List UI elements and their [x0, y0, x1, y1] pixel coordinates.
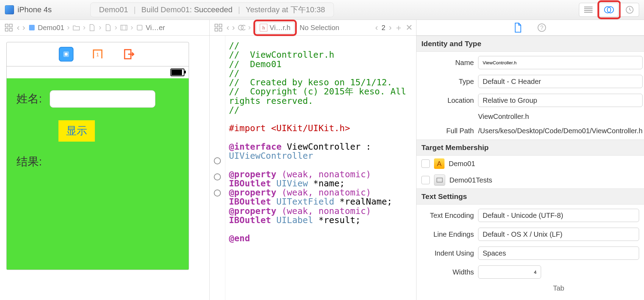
- encoding-label: Text Encoding: [430, 212, 474, 220]
- svg-rect-14: [215, 24, 218, 27]
- fullpath-value: /Users/keso/Desktop/Code/Demo01/ViewCont…: [478, 126, 643, 135]
- file-inspector-tab[interactable]: [514, 23, 522, 33]
- lines-icon: [584, 6, 593, 13]
- top-toolbar: iPhone 4s Demo01 | Build Demo01: Succeed…: [0, 0, 644, 20]
- status-app: Demo01: [99, 5, 128, 14]
- status-msg: Build Demo01:: [141, 5, 192, 14]
- scheme-selector[interactable]: iPhone 4s: [5, 5, 52, 14]
- forward-button[interactable]: ›: [232, 23, 235, 33]
- target-membership-header: Target Membership: [416, 140, 644, 156]
- svg-point-11: [65, 53, 68, 56]
- encoding-select[interactable]: Default - Unicode (UTF-8): [478, 209, 639, 222]
- add-assistant-button[interactable]: ＋: [394, 22, 403, 33]
- device-name: iPhone 4s: [18, 5, 52, 14]
- target-row-app[interactable]: A Demo01: [416, 156, 644, 172]
- inspector-pane: ? Identity and Type Name Type Default - …: [416, 20, 644, 300]
- assistant-editor-highlight: [597, 0, 621, 19]
- chip-icon: [136, 24, 144, 31]
- folder-icon[interactable]: [72, 24, 80, 31]
- prev-counterpart-button[interactable]: ‹: [375, 23, 378, 33]
- first-responder-icon[interactable]: 1: [90, 47, 105, 62]
- type-select[interactable]: Default - C Header: [478, 75, 643, 88]
- location-select[interactable]: Relative to Group: [478, 94, 643, 107]
- identity-header: Identity and Type: [416, 36, 644, 52]
- file-icon[interactable]: [88, 24, 96, 31]
- related-items-icon[interactable]: [213, 22, 224, 33]
- counterpart-count: 2: [382, 24, 385, 32]
- target-row-tests[interactable]: Demo01Tests: [416, 172, 644, 188]
- crumb-scene[interactable]: Vi…er: [136, 24, 165, 32]
- help-icon: ?: [537, 23, 546, 32]
- tab-width-stepper[interactable]: [478, 265, 541, 279]
- editor-gutter: [210, 36, 225, 300]
- venn-icon: [604, 6, 614, 14]
- svg-text:?: ?: [540, 25, 544, 31]
- svg-text:1: 1: [96, 52, 99, 57]
- show-button[interactable]: 显示: [58, 120, 95, 142]
- widths-label: Widths: [453, 268, 474, 276]
- interface-builder-canvas[interactable]: 1 姓名: 显示: [0, 36, 209, 300]
- close-assistant-button[interactable]: ✕: [406, 23, 413, 33]
- svg-rect-22: [437, 178, 442, 182]
- outlet-connection-icon[interactable]: [214, 190, 221, 197]
- status-bar: [7, 66, 189, 78]
- svg-rect-6: [9, 28, 12, 31]
- outlet-connection-icon[interactable]: [214, 157, 221, 164]
- editor-standard-button[interactable]: [579, 3, 598, 17]
- next-counterpart-button[interactable]: ›: [389, 23, 392, 33]
- selection-label[interactable]: No Selection: [300, 24, 339, 32]
- tab-sublabel: Tab: [478, 284, 639, 292]
- source-editor[interactable]: // // ViewController.h // Demo01 // // C…: [225, 36, 416, 300]
- file-icon[interactable]: [104, 24, 112, 31]
- forward-button[interactable]: ›: [22, 23, 25, 33]
- checkbox[interactable]: [421, 176, 430, 184]
- exit-icon[interactable]: [122, 47, 136, 62]
- svg-rect-4: [9, 24, 12, 27]
- venn-small-icon[interactable]: [238, 24, 245, 31]
- crumb-project[interactable]: Demo01: [28, 24, 64, 32]
- project-icon: [28, 24, 36, 31]
- result-label[interactable]: 结果:: [16, 154, 42, 170]
- target-tests-label: Demo01Tests: [449, 176, 492, 184]
- indent-using-label: Indent Using: [435, 249, 474, 257]
- left-jump-bar[interactable]: ‹ › Demo01 › › › › › Vi…er: [0, 20, 209, 36]
- name-label[interactable]: 姓名:: [16, 91, 42, 107]
- storyboard-icon[interactable]: [120, 24, 128, 31]
- indent-using-select[interactable]: Spaces: [478, 247, 639, 260]
- outlet-connection-icon[interactable]: [214, 173, 221, 180]
- checkbox[interactable]: [421, 159, 430, 168]
- type-field-label: Type: [459, 78, 474, 86]
- clock-icon: [625, 6, 634, 14]
- location-file: ViewController.h: [478, 113, 643, 121]
- name-field[interactable]: [478, 56, 643, 69]
- view-canvas[interactable]: 姓名: 显示 结果:: [7, 78, 189, 270]
- quick-help-tab[interactable]: ?: [537, 23, 546, 32]
- inspector-tabs: ?: [416, 20, 644, 36]
- tests-target-icon: [434, 174, 445, 186]
- back-button[interactable]: ‹: [17, 23, 20, 33]
- svg-point-18: [238, 25, 243, 30]
- line-endings-select[interactable]: Default - OS X / Unix (LF): [478, 228, 639, 241]
- viewcontroller-chip-icon[interactable]: [59, 47, 74, 62]
- back-button[interactable]: ‹: [226, 23, 229, 33]
- line-endings-label: Line Endings: [433, 230, 474, 238]
- name-textfield[interactable]: [50, 90, 155, 108]
- assistant-jump-bar[interactable]: ‹ › › h Vi…r.h No Selection ‹ 2 › ＋ ✕: [210, 20, 416, 36]
- svg-rect-8: [121, 25, 127, 30]
- related-items-icon[interactable]: [4, 22, 14, 33]
- left-editor-pane: ‹ › Demo01 › › › › › Vi…er: [0, 20, 210, 300]
- svg-rect-9: [137, 25, 142, 30]
- scene-dock: 1: [7, 42, 189, 66]
- app-target-icon: A: [434, 158, 444, 169]
- status-time: Yesterday at 下午10:38: [246, 5, 325, 15]
- file-icon: [514, 23, 522, 33]
- editor-version-button[interactable]: [621, 3, 639, 17]
- assistant-editor-pane: ‹ › › h Vi…r.h No Selection ‹ 2 › ＋ ✕: [210, 20, 416, 300]
- svg-rect-16: [215, 28, 218, 31]
- crumb-file-label: Vi…er: [146, 24, 165, 32]
- file-crumb[interactable]: h Vi…r.h: [256, 22, 294, 34]
- location-field-label: Location: [447, 97, 474, 105]
- editor-assistant-button[interactable]: [600, 3, 618, 17]
- status-result: Succeeded: [194, 5, 232, 14]
- file-crumb-highlight: h Vi…r.h: [253, 20, 297, 36]
